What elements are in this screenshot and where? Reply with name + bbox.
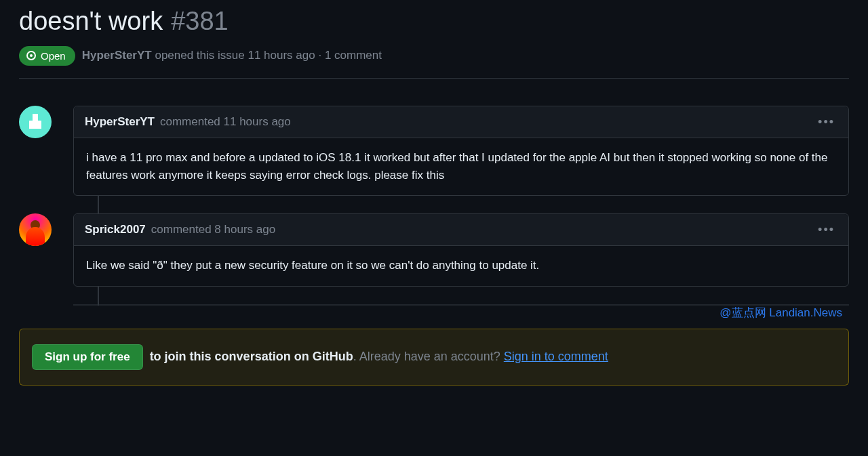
issue-header: doesn't work #381 Open HyperSterYT opene… <box>19 0 849 66</box>
comment-box: Sprick2007 commented 8 hours ago ••• Lik… <box>73 213 849 286</box>
timeline-end-divider <box>73 304 849 306</box>
comment-box: HyperSterYT commented 11 hours ago ••• i… <box>73 106 849 196</box>
issue-opened-ago: opened this issue 11 hours ago <box>155 49 315 62</box>
comment-author[interactable]: Sprick2007 <box>85 223 146 236</box>
timeline: HyperSterYT commented 11 hours ago ••• i… <box>19 106 849 306</box>
comment-body: i have a 11 pro max and before a updated… <box>74 138 848 196</box>
header-divider <box>19 78 849 79</box>
comment-actions-menu[interactable]: ••• <box>815 113 837 131</box>
comment-author[interactable]: HyperSterYT <box>85 115 155 129</box>
signup-banner: Sign up for free to join this conversati… <box>19 329 849 386</box>
issue-open-icon <box>26 50 37 61</box>
issue-meta: HyperSterYT opened this issue 11 hours a… <box>82 49 382 62</box>
comment-timestamp[interactable]: commented 11 hours ago <box>160 115 291 129</box>
comment-timestamp[interactable]: commented 8 hours ago <box>151 223 275 236</box>
signup-already-text: . Already have an account? <box>353 350 504 363</box>
comment-item: Sprick2007 commented 8 hours ago ••• Lik… <box>73 213 849 286</box>
signin-link[interactable]: Sign in to comment <box>504 350 608 363</box>
issue-state-badge: Open <box>19 46 75 66</box>
issue-state-label: Open <box>41 50 66 62</box>
comment-item: HyperSterYT commented 11 hours ago ••• i… <box>73 106 849 196</box>
signup-join-text: to join this conversation on GitHub <box>150 350 353 363</box>
avatar[interactable] <box>19 213 52 246</box>
issue-comment-count: 1 comment <box>325 49 382 62</box>
comment-body: Like we said "ð" they put a new security… <box>74 246 848 285</box>
svg-point-1 <box>30 54 33 57</box>
signup-button[interactable]: Sign up for free <box>32 344 143 370</box>
issue-title: doesn't work <box>19 5 163 38</box>
issue-author[interactable]: HyperSterYT <box>82 49 152 62</box>
avatar[interactable] <box>19 106 52 138</box>
issue-number: #381 <box>171 7 229 36</box>
comment-actions-menu[interactable]: ••• <box>815 221 837 239</box>
